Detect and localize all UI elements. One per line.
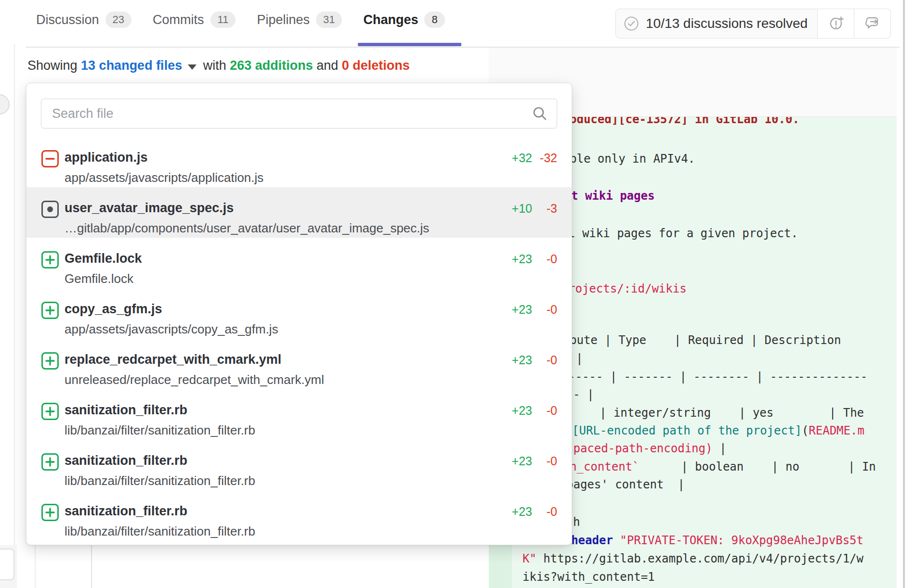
- file-deletions-count: -0: [547, 505, 557, 519]
- jump-to-next-discussion-icon: [864, 15, 881, 32]
- file-deletions-count: -0: [547, 454, 557, 468]
- summary-additions: 263 additions: [230, 58, 313, 73]
- tab-label: Pipelines: [257, 13, 310, 27]
- tab-label: Commits: [153, 13, 204, 27]
- changed-files-dropdown-link[interactable]: 13 changed files: [81, 58, 182, 73]
- resolve-with-issue-button[interactable]: [818, 9, 854, 38]
- summary-with: with: [199, 58, 230, 73]
- cropped-avatar-fragment: [0, 94, 10, 115]
- summary-deletions: 0 deletions: [342, 58, 410, 73]
- file-plus-icon: [41, 302, 59, 319]
- discussions-resolved-group: 10/13 discussions resolved: [615, 9, 891, 38]
- diff-line: spaced-path-encoding) |: [566, 441, 726, 456]
- file-search-dropdown: application.jsapp/assets/javascripts/app…: [26, 83, 572, 545]
- file-search-input[interactable]: [41, 99, 557, 128]
- file-name: copy_as_gfm.js: [65, 302, 162, 317]
- resolve-with-issue-icon: [828, 15, 844, 32]
- summary-showing: Showing: [27, 58, 81, 73]
- page-divider-line: [35, 545, 36, 588]
- file-row[interactable]: sanitization_filter.rblib/banzai/filter/…: [26, 440, 572, 490]
- file-search-wrap: [41, 99, 557, 128]
- file-row[interactable]: user_avatar_image_spec.js…gitlab/app/com…: [26, 187, 572, 238]
- diff-line: curl --header "PRIVATE-TOKEN: 9koXpg98eA…: [523, 533, 863, 548]
- file-row[interactable]: sanitization_filter.rblib/banzai/filter/…: [26, 490, 572, 541]
- file-path: …gitlab/app/components/user_avatar/user_…: [65, 221, 429, 236]
- diff-line: [URL-encoded path of the project](README…: [572, 423, 864, 438]
- diff-line: h: [573, 515, 580, 529]
- file-path: Gemfile.lock: [65, 271, 133, 286]
- file-name: sanitization_filter.rb: [65, 504, 187, 519]
- diff-line: ----- | ------- | -------- | -----------…: [568, 370, 867, 384]
- file-row[interactable]: sanitization_filter.rblib/banzai/filter/…: [26, 389, 572, 440]
- file-row[interactable]: application.jsapp/assets/javascripts/app…: [26, 137, 572, 187]
- diff-line: h_content` | boolean | no | In: [570, 460, 876, 474]
- tab-commits[interactable]: Commits11: [153, 12, 235, 28]
- file-row[interactable]: replace_redcarpet_with_cmark.ymlunreleas…: [26, 339, 572, 389]
- file-name: sanitization_filter.rb: [65, 453, 187, 468]
- file-plus-icon: [41, 352, 59, 370]
- file-path: lib/banzai/filter/sanitization_filter.rb: [65, 524, 255, 539]
- file-additions-count: +23: [512, 454, 532, 468]
- file-row[interactable]: Gemfile.lockGemfile.lock+23-0: [26, 238, 572, 288]
- file-dot-icon: [41, 201, 59, 218]
- file-minus-icon: [41, 150, 59, 167]
- file-additions-count: +23: [512, 252, 532, 266]
- check-circle-icon: [624, 16, 639, 31]
- file-path: app/assets/javascripts/copy_as_gfm.js: [65, 322, 278, 337]
- diff-line: | integer/string | yes | The: [600, 406, 864, 420]
- file-name: application.js: [65, 150, 148, 165]
- bottom-left-card-fragment: [0, 549, 14, 580]
- file-path: app/assets/javascripts/application.js: [65, 170, 263, 185]
- file-additions-count: +23: [512, 404, 532, 418]
- page-left-border: [14, 44, 15, 588]
- file-name: replace_redcarpet_with_cmark.yml: [65, 352, 281, 367]
- diff-line: t wiki pages: [571, 189, 654, 203]
- summary-and: and: [313, 58, 342, 73]
- tab-count-badge: 11: [210, 12, 236, 28]
- diff-line: rojects/:id/wikis: [568, 281, 687, 296]
- diff-line: - |: [573, 387, 594, 402]
- diff-line: bute | Type | Required | Description: [570, 333, 841, 347]
- tab-label: Discussion: [36, 13, 99, 27]
- file-deletions-count: -0: [547, 353, 557, 367]
- file-row[interactable]: copy_as_gfm.jsapp/assets/javascripts/cop…: [26, 288, 572, 339]
- file-plus-icon: [41, 453, 59, 471]
- file-additions-count: +23: [512, 303, 532, 317]
- file-path: lib/banzai/filter/sanitization_filter.rb: [65, 473, 255, 488]
- file-name: Gemfile.lock: [65, 251, 142, 266]
- diff-card-left-border: [91, 545, 92, 588]
- discussions-resolved-status: 10/13 discussions resolved: [615, 9, 818, 38]
- file-deletions-count: -3: [547, 202, 557, 216]
- changed-file-list: application.jsapp/assets/javascripts/app…: [26, 137, 572, 541]
- file-additions-count: +23: [512, 505, 532, 519]
- tab-pipelines[interactable]: Pipelines31: [257, 12, 342, 28]
- merge-request-changes-page: oduced][ce-13572] in GitLab 10.0.ble onl…: [0, 0, 915, 588]
- file-name: user_avatar_image_spec.js: [65, 201, 234, 216]
- tab-discussion[interactable]: Discussion23: [36, 12, 131, 28]
- file-path: lib/banzai/filter/sanitization_filter.rb: [65, 423, 255, 438]
- diff-line: pages' content |: [566, 477, 685, 492]
- diff-line: ikis?with_content=1: [523, 570, 655, 584]
- file-deletions-count: -0: [547, 404, 557, 418]
- tab-count-badge: 8: [424, 12, 444, 28]
- discussions-resolved-text: 10/13 discussions resolved: [646, 16, 808, 31]
- jump-to-next-discussion-button[interactable]: [854, 9, 891, 38]
- diff-line: l wiki pages for a given project.: [568, 226, 798, 241]
- tab-count-badge: 31: [316, 12, 342, 28]
- file-plus-icon: [41, 251, 59, 268]
- changed-files-summary: Showing 13 changed files with 263 additi…: [27, 58, 410, 73]
- tab-count-badge: 23: [105, 12, 131, 28]
- file-additions-count: +23: [512, 353, 532, 367]
- mr-tab-bar: Discussion23Commits11Pipelines31Changes8: [36, 12, 445, 28]
- file-additions-count: +10: [512, 202, 532, 216]
- diff-line: ble only in APIv4.: [570, 152, 695, 166]
- file-name: sanitization_filter.rb: [65, 403, 187, 418]
- tab-bar-border: [26, 47, 900, 48]
- search-icon: [532, 106, 548, 121]
- tab-changes[interactable]: Changes8: [363, 12, 444, 28]
- chevron-down-icon[interactable]: [188, 64, 196, 70]
- diff-line: |: [576, 351, 583, 366]
- page-scrollbar-track[interactable]: [903, 0, 905, 588]
- file-plus-icon: [41, 504, 59, 521]
- file-deletions-count: -0: [547, 303, 557, 317]
